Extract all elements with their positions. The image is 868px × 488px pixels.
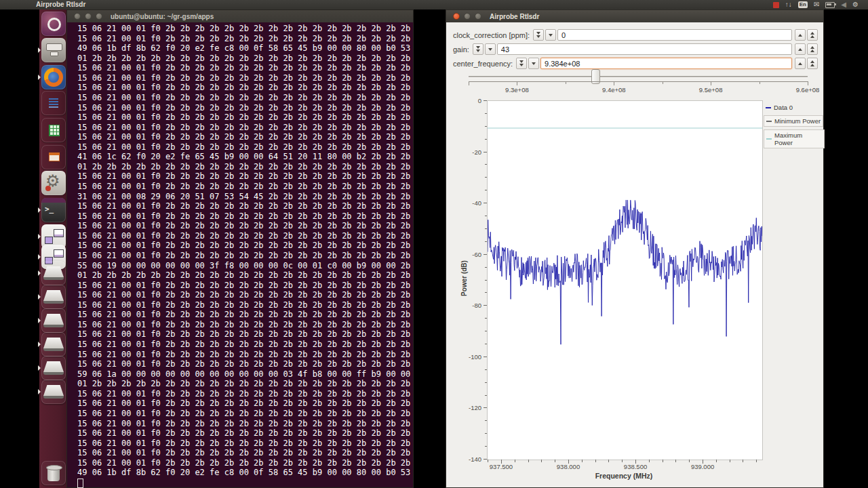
launcher-item-window-icon[interactable] [41, 332, 66, 357]
field-row: gain: [453, 43, 819, 56]
launcher-item-window-icon[interactable] [41, 308, 66, 333]
launcher-item-window-icon[interactable] [41, 356, 66, 380]
running-indicator [38, 47, 41, 53]
x-axis-minor-tick [595, 460, 596, 462]
y-axis-tick [484, 357, 487, 357]
legend-label: Data 0 [774, 104, 793, 111]
launcher-item-libreoffice-writer-icon[interactable] [41, 91, 66, 115]
terminal-window-buttons [74, 13, 102, 20]
x-axis-minor-tick [730, 460, 730, 462]
y-axis-minor-tick [485, 228, 487, 229]
frequency-scale [469, 81, 808, 82]
hex-dump-text: 15 06 21 00 01 f0 2b 2b 2b 2b 2b 2b 2b 2… [77, 24, 410, 477]
step-up-button[interactable] [807, 58, 818, 69]
y-axis-tick-label: -40 [458, 199, 481, 207]
terminal-window: ubuntu@ubuntu: ~/gr-gsm/apps 15 06 21 00… [66, 9, 414, 488]
minimize-button[interactable] [85, 13, 92, 20]
battery-icon[interactable] [825, 2, 835, 8]
increment-button[interactable] [795, 58, 806, 69]
running-indicator [38, 342, 41, 347]
legend-label: Maximum Power [774, 131, 822, 146]
center-frequency-input[interactable] [540, 58, 792, 69]
x-axis-minor-tick [649, 460, 650, 462]
spectrum-plot-canvas[interactable] [487, 100, 763, 460]
y-axis-tick-label: 0 [458, 97, 481, 104]
y-axis-tick-label: -100 [458, 352, 481, 360]
step-down-button[interactable] [473, 43, 484, 55]
field-label: clock_correction [ppm]: [453, 31, 530, 39]
y-axis-minor-tick [485, 395, 487, 396]
y-axis-minor-tick [485, 139, 487, 140]
launcher-item-window-icon[interactable] [41, 285, 66, 309]
increment-button[interactable] [795, 29, 806, 41]
x-axis-minor-tick [663, 460, 663, 462]
launcher-item-system-settings-icon[interactable] [41, 171, 66, 195]
unity-launcher [39, 9, 68, 488]
y-axis-minor-tick [485, 420, 487, 421]
x-axis-title: Frequency (MHz) [563, 472, 685, 480]
session-gear-icon[interactable]: ⚙ [852, 0, 859, 9]
close-button[interactable] [453, 13, 460, 20]
decrement-button[interactable] [528, 58, 539, 69]
decrement-button[interactable] [485, 43, 496, 55]
step-up-button[interactable] [807, 43, 818, 55]
field-label: gain: [453, 45, 469, 54]
launcher-item-libreoffice-impress-icon[interactable] [41, 145, 66, 169]
close-button[interactable] [74, 13, 81, 20]
launcher-item-window-icon[interactable] [41, 380, 66, 404]
legend-marker [766, 107, 771, 108]
terminal-titlebar[interactable]: ubuntu@ubuntu: ~/gr-gsm/apps [67, 10, 413, 22]
step-up-button[interactable] [807, 29, 818, 41]
launcher-item-libreoffice-calc-icon[interactable] [41, 118, 66, 142]
menubar-app-title: Airprobe Rtlsdr [36, 1, 85, 8]
frequency-slider-groove[interactable] [469, 76, 808, 78]
y-axis-minor-tick [485, 446, 487, 447]
step-down-button[interactable] [516, 58, 527, 69]
legend-item[interactable]: Minimum Power [764, 115, 823, 127]
launcher-item-ubuntu-dash-icon[interactable] [41, 12, 66, 36]
gain-input[interactable] [497, 43, 792, 55]
sound-muted-icon[interactable]: ◀ [841, 0, 846, 9]
x-axis-minor-tick [528, 460, 529, 462]
launcher-item-firefox-icon[interactable] [41, 65, 66, 89]
scale-tick-label: 9.5e+08 [699, 86, 723, 94]
scale-tick [517, 81, 517, 85]
increment-button[interactable] [795, 43, 806, 55]
grc-titlebar[interactable]: Airprobe Rtlsdr [446, 10, 823, 22]
running-indicator [38, 270, 41, 276]
step-down-button[interactable] [533, 29, 544, 41]
y-axis-minor-tick [485, 164, 487, 165]
scale-tick [614, 81, 614, 85]
y-axis-tick-label: -120 [458, 404, 481, 411]
clock-correctionppm-input[interactable] [557, 29, 792, 41]
running-indicator [38, 234, 41, 239]
network-updown-icon[interactable]: ↑↓ [785, 0, 792, 9]
launcher-item-window-icon[interactable] [41, 261, 66, 285]
keyboard-layout-indicator[interactable]: En [798, 1, 808, 8]
terminal-output[interactable]: 15 06 21 00 01 f0 2b 2b 2b 2b 2b 2b 2b 2… [67, 22, 413, 488]
y-axis-minor-tick [485, 267, 487, 268]
launcher-item-trash-icon[interactable] [41, 461, 66, 485]
legend-label: Minimum Power [774, 117, 821, 125]
maximize-button[interactable] [96, 13, 102, 20]
maximize-button[interactable] [475, 13, 481, 20]
messages-icon[interactable]: ✉ [814, 0, 819, 9]
y-axis-tick [484, 152, 487, 152]
y-axis-minor-tick [485, 292, 487, 293]
field-label: center_frequency: [453, 60, 513, 68]
y-axis-minor-tick [485, 280, 487, 281]
y-axis-tick-label: -140 [458, 455, 481, 463]
legend-item[interactable]: Maximum Power [764, 129, 825, 148]
y-axis-tick [484, 100, 487, 101]
decrement-button[interactable] [545, 29, 556, 41]
grc-window-buttons [453, 13, 481, 20]
y-axis-tick [484, 305, 487, 306]
y-axis-minor-tick [485, 241, 487, 242]
launcher-item-files-icon[interactable] [41, 38, 66, 62]
running-indicator [38, 207, 41, 213]
launcher-item-terminal-icon[interactable] [41, 198, 66, 222]
legend-item[interactable]: Data 0 [764, 102, 795, 113]
minimize-button[interactable] [464, 13, 471, 20]
running-indicator [38, 389, 41, 394]
legend-marker [766, 121, 772, 122]
